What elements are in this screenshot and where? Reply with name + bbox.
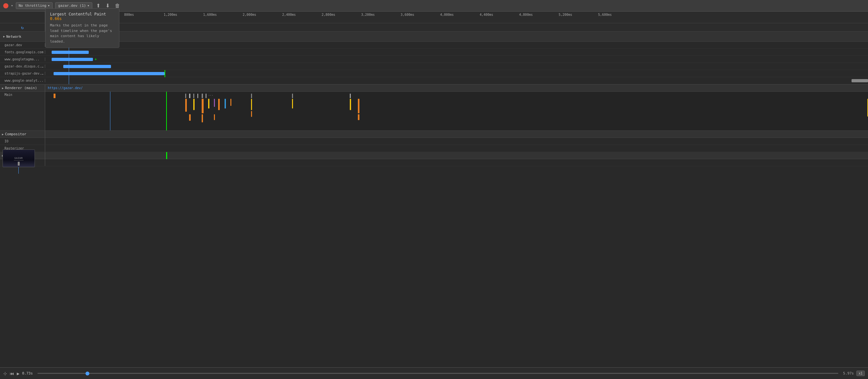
disqus-label: gazar-dev.disqus.c...: [0, 64, 45, 68]
throttling-dropdown[interactable]: No throttling ▾: [16, 2, 53, 9]
ruler-tick-1200ms: 1,200ms: [164, 11, 177, 17]
flame-bar-blue: [225, 99, 226, 109]
io-content: [45, 138, 868, 145]
gazar-dev-label: gazar.dev: [0, 43, 45, 47]
thumb-figure: [18, 162, 20, 166]
io-label: IO: [0, 138, 45, 145]
compositor-content: [45, 131, 868, 138]
rewind-button[interactable]: ⏮: [10, 371, 14, 376]
flame-blue-line: [110, 92, 111, 130]
flame-bar-tall-6: [230, 99, 231, 106]
ruler-marks: 0ms 400ms 800ms 1,200ms 1,600ms 2,000ms …: [45, 11, 868, 23]
compositor-label: Compositor: [5, 132, 26, 136]
chevron-down-icon[interactable]: ▾: [11, 4, 13, 8]
flame-task-1: [189, 114, 191, 121]
lcp-tooltip: Largest Contentful Paint 0.66s Marks the…: [45, 32, 119, 48]
network-row-gtm: www.googletagma... +: [0, 56, 868, 63]
flame-bar-tall-3: [202, 99, 204, 113]
disqus-bar: [63, 65, 111, 68]
chevron-down-icon: ▾: [48, 4, 50, 8]
throttling-label: No throttling: [19, 4, 46, 8]
sidebar-spacer: [0, 11, 45, 23]
flame-bar-purple: [214, 99, 215, 107]
ruler-tick-3600ms: 3,600ms: [401, 11, 414, 17]
timeline-ruler-row: 0ms 400ms 800ms 1,200ms 1,600ms 2,000ms …: [0, 11, 868, 23]
flame-sidebar: Main: [0, 92, 45, 130]
flame-bar: [197, 94, 198, 98]
gtm-bar: [52, 58, 93, 61]
gtm-label: www.googletagma...: [0, 57, 45, 61]
expand-renderer-icon: ▶: [2, 87, 4, 90]
markers-sidebar-spacer: ↻: [0, 23, 45, 31]
disqus-bar-area: [45, 63, 868, 70]
network-row-strapijs: strapijs-gazar-dev.s...: [0, 70, 868, 77]
ruler-tick-2000ms: 2,000ms: [243, 11, 256, 17]
green-end-marker: [164, 70, 165, 77]
ruler-tick-2800ms: 2,800ms: [322, 11, 335, 17]
screenshot-area: GAZAR: [0, 147, 868, 174]
flame-bar-tall-4: [208, 99, 209, 109]
flame-bar-30: [292, 94, 293, 98]
play-button[interactable]: ▶: [17, 371, 19, 376]
end-time: 5.97s: [841, 371, 854, 375]
network-section-header[interactable]: ▶ Network html css: [0, 32, 868, 42]
loop-icon: ↻: [21, 25, 24, 30]
fonts-bar-area: [45, 49, 868, 56]
renderer-header: ▶ Renderer (main) https://gazar.dev/: [0, 85, 868, 92]
current-time: 0.73s: [22, 371, 35, 375]
flame-task-3: [214, 114, 215, 120]
fonts-bar: [52, 51, 89, 54]
flame-bar-38-tall: [358, 99, 360, 113]
expand-plus-icon: +: [95, 57, 97, 61]
flame-task-2: [202, 114, 203, 122]
flame-bar-tall-2: [193, 99, 194, 110]
ruler-tick-2400ms: 2,400ms: [282, 11, 296, 17]
renderer-link-area: https://gazar.dev/: [45, 86, 868, 90]
renderer-section: ▶ Renderer (main) https://gazar.dev/ Mai…: [0, 84, 868, 130]
renderer-link[interactable]: https://gazar.dev/: [48, 86, 83, 90]
renderer-label: Renderer (main): [5, 86, 37, 90]
scrubber-thumb[interactable]: [86, 372, 89, 375]
timeline-ruler[interactable]: 0ms 400ms 800ms 1,200ms 1,600ms 2,000ms …: [45, 11, 868, 23]
record-button[interactable]: [3, 3, 8, 8]
ga-bar: [851, 79, 868, 82]
ellipsis-indicator: ...: [208, 93, 213, 96]
compositor-header[interactable]: ▶ Compositor: [0, 131, 868, 138]
ruler-tick-1600ms: 1,600ms: [203, 11, 217, 17]
tab-dropdown[interactable]: gazar.dev (1) ▾: [55, 2, 92, 9]
ruler-tick-4400ms: 4,400ms: [479, 11, 493, 17]
compositor-sidebar: ▶ Compositor: [0, 131, 45, 138]
flame-bar-37-tall: [350, 99, 351, 110]
flame-green-line: [166, 92, 167, 130]
playback-bar: ⊹ ⏮ ▶ 0.73s 5.97s x1: [0, 368, 868, 379]
expand-compositor-icon: ▶: [2, 133, 4, 136]
network-row-ga: www.google-analyt...: [0, 77, 868, 84]
network-section: ▶ Network html css Largest Contentful Pa…: [0, 32, 868, 84]
io-row: IO: [0, 138, 868, 145]
network-row-disqus: gazar-dev.disqus.c...: [0, 63, 868, 70]
flame-bar-tall-5: [218, 99, 220, 110]
ruler-tick-5600ms: 5,600ms: [598, 11, 612, 17]
ga-bar-area: [45, 77, 868, 84]
main-label: Main: [4, 93, 12, 96]
expand-network-icon: ▶: [3, 35, 5, 38]
fonts-googleapis-label: fonts.googleapis.com: [0, 50, 45, 54]
compositor-section: ▶ Compositor: [0, 130, 868, 138]
ruler-tick-5200ms: 5,200ms: [559, 11, 572, 17]
strapijs-bar: [54, 72, 164, 75]
speed-dropdown[interactable]: x1: [857, 371, 865, 376]
scrubber-track[interactable]: [37, 373, 838, 374]
ga-label: www.google-analyt...: [0, 79, 45, 82]
renderer-sidebar[interactable]: ▶ Renderer (main): [0, 85, 45, 92]
thumb-timeline-line: [19, 167, 19, 174]
main-layout: 0ms 400ms 800ms 1,200ms 1,600ms 2,000ms …: [0, 11, 868, 379]
cursor-icon[interactable]: ⊹: [3, 371, 7, 376]
flame-bar: [189, 94, 190, 98]
flame-bar-25: [251, 94, 252, 98]
flame-content[interactable]: ...: [45, 92, 868, 130]
flame-bar: [54, 94, 56, 98]
ruler-tick-4000ms: 4,000ms: [440, 11, 454, 17]
ruler-tick-3200ms: 3,200ms: [361, 11, 375, 17]
flame-bar: [193, 94, 194, 98]
strapijs-label: strapijs-gazar-dev.s...: [0, 72, 45, 75]
